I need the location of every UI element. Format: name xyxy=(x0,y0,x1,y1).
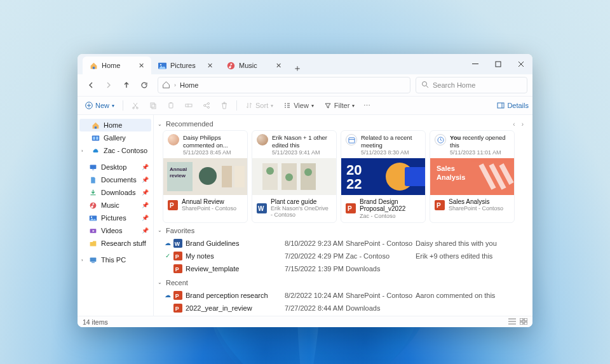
person-avatar xyxy=(168,134,179,145)
view-button[interactable]: View ▾ xyxy=(280,98,318,112)
sidebar-item-gallery[interactable]: Gallery xyxy=(79,131,151,144)
filter-button[interactable]: Filter ▾ xyxy=(320,98,358,112)
svg-text:P: P xyxy=(175,266,179,272)
back-button[interactable] xyxy=(83,77,99,93)
file-row[interactable]: P 2022_year_in_review 7/27/2022 8:44 AM … xyxy=(163,302,526,314)
section-title: Recommended xyxy=(166,120,214,128)
up-button[interactable] xyxy=(118,77,135,93)
chevron-down-icon[interactable]: ⌄ xyxy=(158,121,162,127)
svg-rect-47 xyxy=(348,137,354,142)
scroll-right-button[interactable]: › xyxy=(522,121,524,128)
more-button[interactable]: ⋯ xyxy=(361,98,373,112)
refresh-button[interactable] xyxy=(136,77,152,93)
share-button[interactable] xyxy=(199,98,214,112)
svg-rect-22 xyxy=(92,169,93,170)
titlebar: Home ✕ Pictures ✕ Music ✕ ＋ xyxy=(78,54,532,74)
copy-button[interactable] xyxy=(146,98,161,112)
details-pane-toggle[interactable]: Details xyxy=(497,102,529,109)
section-recent: ⌄ Recent ☁ P Brand perception research 8… xyxy=(154,278,526,316)
close-icon[interactable]: ✕ xyxy=(205,60,215,71)
new-tab-button[interactable]: ＋ xyxy=(288,63,306,74)
svg-rect-28 xyxy=(92,262,95,262)
recommended-card[interactable]: Erik Nason + 1 other edited this 5/11/20… xyxy=(252,130,337,223)
address-bar[interactable]: › Home xyxy=(158,77,410,93)
chevron-down-icon: ▾ xyxy=(352,103,355,109)
svg-rect-11 xyxy=(169,103,173,108)
powerpoint-icon: P xyxy=(435,200,445,210)
scroll-left-button[interactable]: ‹ xyxy=(513,121,515,128)
tab-home[interactable]: Home ✕ xyxy=(83,57,151,74)
sidebar-item-home[interactable]: Home xyxy=(79,119,151,131)
svg-rect-35 xyxy=(234,166,245,187)
recommended-card[interactable]: Related to a recent meeting 5/11/2023 8:… xyxy=(341,130,426,223)
cloud-status-icon: ☁ xyxy=(163,239,173,246)
minimize-button[interactable] xyxy=(464,54,487,74)
powerpoint-icon: P xyxy=(173,252,183,260)
pictures-icon xyxy=(158,61,166,70)
delete-button[interactable] xyxy=(217,98,232,112)
tab-music[interactable]: Music ✕ xyxy=(220,57,288,74)
rename-button[interactable] xyxy=(181,98,196,112)
svg-point-33 xyxy=(199,167,217,185)
details-view-toggle[interactable] xyxy=(508,318,516,326)
sidebar-item-documents[interactable]: Documents📌 xyxy=(79,173,151,186)
tab-label: Pictures xyxy=(170,62,201,69)
svg-rect-74 xyxy=(524,318,527,321)
thumbnail: SalesAnalysis xyxy=(430,158,514,195)
recommended-card[interactable]: You You recently opened thisrecently ope… xyxy=(430,130,515,223)
svg-text:Annual: Annual xyxy=(170,166,187,172)
breadcrumb-current: Home xyxy=(180,81,198,89)
svg-rect-12 xyxy=(170,102,172,104)
separator xyxy=(123,100,123,111)
sort-button[interactable]: Sort ▾ xyxy=(241,98,277,112)
sidebar-item-this-pc[interactable]: › This PC xyxy=(79,253,151,266)
pc-icon xyxy=(88,255,97,264)
sidebar-item-desktop[interactable]: Desktop📌 xyxy=(79,161,151,173)
window-controls xyxy=(464,54,532,74)
file-row[interactable]: P Review_template 7/15/2022 1:39 PM Down… xyxy=(163,262,526,275)
thumbnails-view-toggle[interactable] xyxy=(520,318,527,326)
svg-text:22: 22 xyxy=(346,176,362,192)
sidebar-item-music[interactable]: Music📌 xyxy=(79,199,151,212)
svg-point-5 xyxy=(423,82,427,86)
close-icon[interactable]: ✕ xyxy=(136,60,146,71)
file-row[interactable]: ☁ P Brand perception research 8/2/2022 1… xyxy=(163,289,526,302)
new-button[interactable]: New ▾ xyxy=(81,98,118,112)
sidebar-item-folder[interactable]: Research stuff xyxy=(79,237,151,250)
svg-text:P: P xyxy=(175,305,179,311)
search-box[interactable]: Search Home xyxy=(416,77,527,93)
svg-point-1 xyxy=(160,64,161,65)
sidebar-item-onedrive[interactable]: › Zac - Contoso xyxy=(79,144,151,157)
sidebar-item-videos[interactable]: Videos📌 xyxy=(79,224,151,237)
chevron-down-icon[interactable]: ⌄ xyxy=(158,227,162,233)
videos-icon xyxy=(88,226,97,235)
svg-point-43 xyxy=(285,173,293,181)
maximize-button[interactable] xyxy=(487,54,510,74)
tab-label: Home xyxy=(102,62,132,69)
svg-rect-20 xyxy=(96,137,98,140)
close-window-button[interactable] xyxy=(510,54,532,74)
file-row[interactable]: ☁ W Brand Guidelines 8/10/2022 9:23 AM S… xyxy=(163,237,526,250)
sidebar-item-downloads[interactable]: Downloads📌 xyxy=(79,186,151,199)
pin-icon: 📌 xyxy=(142,227,149,234)
search-placeholder: Search Home xyxy=(433,81,475,89)
svg-text:review: review xyxy=(170,173,186,179)
svg-text:W: W xyxy=(258,205,264,212)
pin-icon: 📌 xyxy=(142,189,149,196)
svg-rect-13 xyxy=(186,104,192,107)
forward-button[interactable] xyxy=(100,77,117,93)
recommended-card[interactable]: Daisy Philipps commented on... 5/11/2023… xyxy=(163,130,248,223)
paste-button[interactable] xyxy=(163,98,179,112)
file-row[interactable]: ✓ P My notes 7/20/2022 4:29 PM Zac - Con… xyxy=(163,250,526,262)
word-icon: W xyxy=(257,203,267,213)
tab-pictures[interactable]: Pictures ✕ xyxy=(151,57,220,74)
sidebar-item-pictures[interactable]: Pictures📌 xyxy=(79,212,151,224)
svg-point-25 xyxy=(91,216,92,217)
navigation-pane: Home Gallery › Zac - Contoso Desktop📌 Do… xyxy=(78,115,154,316)
chevron-down-icon[interactable]: ⌄ xyxy=(158,280,162,285)
cut-button[interactable] xyxy=(128,98,143,112)
close-icon[interactable]: ✕ xyxy=(273,60,283,71)
music-icon xyxy=(88,201,97,210)
home-icon xyxy=(162,81,170,90)
thumbnail: 2022 xyxy=(341,158,425,195)
